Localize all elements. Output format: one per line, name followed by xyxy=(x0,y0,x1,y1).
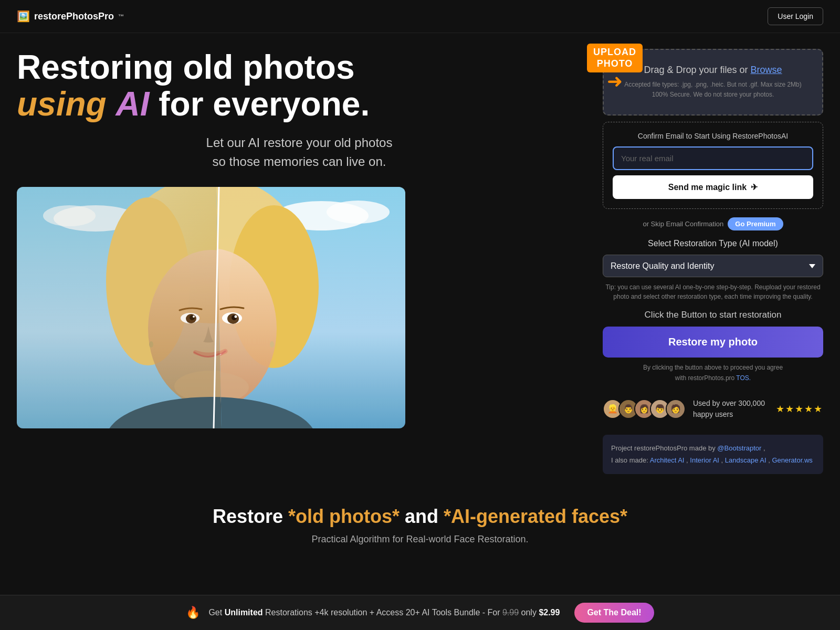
footer-links-box: Project restorePhotosPro made by @Bootst… xyxy=(603,435,823,474)
main-layout: Restoring old photos using AI for everyo… xyxy=(0,33,840,474)
social-text: Used by over 300,000 happy users xyxy=(693,398,769,420)
upload-indicator: UPLOAD PHOTO ➜ xyxy=(587,44,643,92)
user-login-button[interactable]: User Login xyxy=(768,7,823,25)
hero-title: Restoring old photos using AI for everyo… xyxy=(17,49,582,123)
avatar: 🧑 xyxy=(666,399,686,419)
go-premium-button[interactable]: Go Premium xyxy=(728,217,783,230)
photo-compare xyxy=(17,187,405,428)
magic-link-button[interactable]: Send me magic link ✈ xyxy=(613,175,813,199)
generator-ws-link[interactable]: Generator.ws xyxy=(772,456,812,464)
email-confirm-box: Confirm Email to Start Using RestorePhot… xyxy=(603,122,823,209)
landscape-ai-link[interactable]: Landscape AI xyxy=(725,456,766,464)
logo-trademark: ™ xyxy=(118,13,124,19)
email-confirm-label: Confirm Email to Start Using RestorePhot… xyxy=(613,132,813,140)
browse-link[interactable]: Browse xyxy=(751,65,782,75)
bottom-section: Restore *old photos* and *AI-generated f… xyxy=(0,474,840,566)
logo-name: restorePhotosPro xyxy=(34,11,114,22)
comparison-image xyxy=(17,187,405,428)
bootstraptor-link[interactable]: @Bootstraptor xyxy=(717,444,761,452)
skip-text: or Skip Email Confirmation xyxy=(643,220,723,228)
star-rating: ★★★★★ xyxy=(776,403,823,415)
hero-title-line1: Restoring old photos xyxy=(17,48,355,86)
tip-text: Tip: you can use several AI one-by-one s… xyxy=(603,282,823,301)
architect-ai-link[interactable]: Architect AI xyxy=(650,456,685,464)
bottom-subtitle: Practical Algorithm for Real-world Face … xyxy=(17,534,823,545)
restore-photo-button[interactable]: Restore my photo xyxy=(603,327,823,358)
fire-icon: 🔥 xyxy=(186,606,200,620)
dropzone-text: Drag & Drop your files or Browse xyxy=(614,65,812,76)
upload-arrow-icon: ➜ xyxy=(607,70,623,92)
left-panel: Restoring old photos using AI for everyo… xyxy=(17,49,603,474)
restoration-type-label: Select Restoration Type (AI model) xyxy=(603,239,823,248)
hero-title-using: using xyxy=(17,85,107,123)
right-panel: UPLOAD PHOTO ➜ Drag & Drop your files or… xyxy=(603,49,823,474)
email-input[interactable] xyxy=(613,146,813,170)
project-credit: Project restorePhotosPro made by @Bootst… xyxy=(611,442,815,454)
hero-title-ai: AI xyxy=(116,85,149,123)
tos-text: By clicking the button above to proceed … xyxy=(603,363,823,383)
get-deal-button[interactable]: Get The Deal! xyxy=(574,603,654,623)
upload-label: UPLOAD PHOTO xyxy=(587,44,643,72)
dropzone-meta: Accepted file types: .jpg, .png, .heic. … xyxy=(614,80,812,100)
bottom-title: Restore *old photos* and *AI-generated f… xyxy=(17,506,823,528)
skip-email-row: or Skip Email Confirmation Go Premium xyxy=(603,217,823,230)
restoration-type-select[interactable]: Restore Quality and Identity Restore Qua… xyxy=(603,255,823,277)
interior-ai-link[interactable]: Interior AI xyxy=(690,456,719,464)
promo-text: Get Unlimited Restorations +4k resolutio… xyxy=(208,608,560,617)
promo-banner: 🔥 Get Unlimited Restorations +4k resolut… xyxy=(0,595,840,630)
avatars: 👱 👨 👩 👦 🧑 xyxy=(603,399,686,419)
tos-link[interactable]: TOS. xyxy=(736,374,751,382)
logo: 🖼️ restorePhotosPro ™ xyxy=(17,10,124,23)
send-icon: ✈ xyxy=(751,182,758,192)
click-start-label: Click the Button to start restoration xyxy=(603,310,823,320)
hero-subtitle: Let our AI restore your old photos so th… xyxy=(17,133,582,171)
header: 🖼️ restorePhotosPro ™ User Login xyxy=(0,0,840,33)
social-proof: 👱 👨 👩 👦 🧑 Used by over 300,000 happy use… xyxy=(603,392,823,426)
logo-icon: 🖼️ xyxy=(17,10,30,23)
magic-link-label: Send me magic link xyxy=(668,183,747,192)
hero-title-rest: for everyone. xyxy=(159,85,370,123)
also-made: I also made: Architect AI , Interior AI … xyxy=(611,454,815,466)
